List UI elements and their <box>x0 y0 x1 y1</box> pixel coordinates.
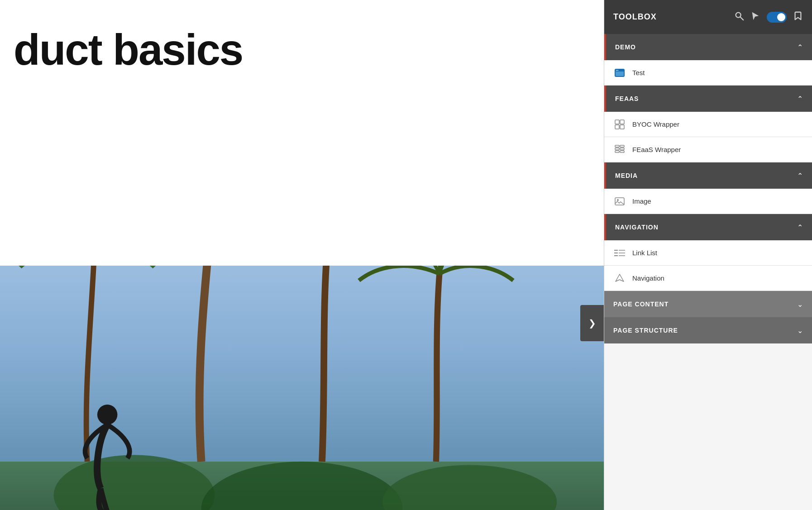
demo-section-items: Test <box>604 60 812 86</box>
bookmark-icon[interactable] <box>793 11 803 23</box>
svg-rect-13 <box>620 120 624 124</box>
feaas-chevron-icon: ⌃ <box>797 95 803 103</box>
page-structure-section-header[interactable]: PAGE STRUCTURE ⌄ <box>604 317 812 343</box>
link-list-icon <box>613 247 626 259</box>
byoc-wrapper-label: BYOC Wrapper <box>632 120 679 128</box>
svg-rect-20 <box>615 151 619 153</box>
svg-point-10 <box>616 70 617 71</box>
browser-icon <box>613 67 626 79</box>
navigation-section-items: Link List Navigation <box>604 240 812 291</box>
demo-section-title: DEMO <box>615 43 636 51</box>
byoc-wrapper-icon <box>613 118 626 131</box>
svg-marker-30 <box>616 274 624 281</box>
list-item[interactable]: Link List <box>604 240 812 266</box>
svg-rect-12 <box>615 120 619 124</box>
page-structure-chevron-icon: ⌄ <box>797 326 803 335</box>
media-chevron-icon: ⌃ <box>797 172 803 180</box>
list-item[interactable]: FEaaS Wrapper <box>604 137 812 162</box>
search-icon[interactable] <box>734 11 744 23</box>
svg-rect-21 <box>620 151 624 153</box>
page-headline: duct basics <box>14 27 604 73</box>
svg-point-11 <box>617 70 618 71</box>
media-section-items: Image <box>604 189 812 214</box>
image-label: Image <box>632 197 651 205</box>
svg-rect-17 <box>620 145 624 147</box>
expand-sidebar-button[interactable]: ❯ <box>580 305 604 341</box>
svg-rect-18 <box>615 148 619 150</box>
svg-point-23 <box>617 199 619 201</box>
navigation-chevron-icon: ⌃ <box>797 223 803 232</box>
image-icon <box>613 195 626 208</box>
toggle-switch[interactable] <box>767 12 787 23</box>
navigation-section-header[interactable]: NAVIGATION ⌃ <box>604 214 812 240</box>
hero-image <box>0 266 604 510</box>
svg-rect-15 <box>620 125 624 129</box>
navigation-section-title: NAVIGATION <box>615 224 659 231</box>
list-item[interactable]: BYOC Wrapper <box>604 112 812 137</box>
navigation-item-icon <box>613 272 626 285</box>
media-section-title: MEDIA <box>615 172 638 179</box>
toolbox-actions <box>734 11 803 23</box>
demo-test-label: Test <box>632 69 645 76</box>
link-list-label: Link List <box>632 249 657 257</box>
feaas-section-title: FEAAS <box>615 95 639 102</box>
page-content-section-header[interactable]: PAGE CONTENT ⌄ <box>604 291 812 317</box>
svg-line-7 <box>740 17 743 20</box>
svg-point-5 <box>97 405 117 424</box>
expand-arrow-icon: ❯ <box>588 318 596 329</box>
navigation-item-label: Navigation <box>632 274 664 282</box>
page-structure-title: PAGE STRUCTURE <box>613 327 678 334</box>
svg-rect-16 <box>615 145 619 147</box>
toolbox-header: TOOLBOX <box>604 0 812 34</box>
media-section-header[interactable]: MEDIA ⌃ <box>604 162 812 189</box>
list-item[interactable]: Test <box>604 60 812 86</box>
list-item[interactable]: Image <box>604 189 812 214</box>
page-content-chevron-icon: ⌄ <box>797 300 803 309</box>
feaas-section-items: BYOC Wrapper FEaaS Wrapper <box>604 112 812 162</box>
svg-rect-19 <box>620 148 624 150</box>
demo-section-header[interactable]: DEMO ⌃ <box>604 34 812 60</box>
sidebar-spacer <box>604 343 812 510</box>
demo-chevron-icon: ⌃ <box>797 43 803 52</box>
feaas-wrapper-icon <box>613 143 626 156</box>
feaas-section-header[interactable]: FEAAS ⌃ <box>604 86 812 112</box>
svg-rect-14 <box>615 125 619 129</box>
text-section: duct basics <box>0 0 604 100</box>
toggle-knob <box>777 13 785 21</box>
list-item[interactable]: Navigation <box>604 266 812 291</box>
toolbox-title: TOOLBOX <box>613 12 657 22</box>
feaas-wrapper-label: FEaaS Wrapper <box>632 146 681 153</box>
cursor-icon[interactable] <box>750 11 760 23</box>
toolbox-sidebar: TOOLBOX <box>604 0 812 510</box>
main-content: duct basics <box>0 0 604 510</box>
page-content-title: PAGE CONTENT <box>613 300 669 308</box>
